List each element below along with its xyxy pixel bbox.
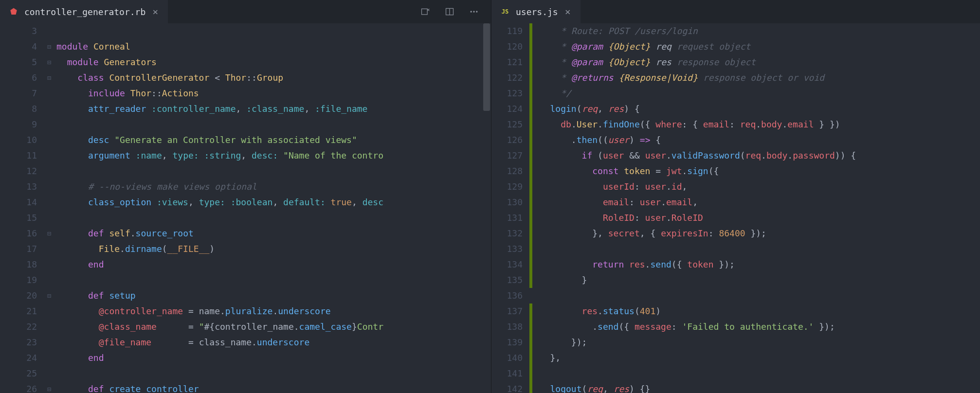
- code-area-right[interactable]: 1191201211221231241251261271281291301311…: [491, 23, 980, 393]
- code-content-left[interactable]: module Corneal module Generators class C…: [54, 23, 491, 393]
- editor-split-view: controller_generator.rb × 34567891011121…: [0, 0, 980, 393]
- vertical-scrollbar[interactable]: [482, 23, 491, 393]
- editor-pane-right: JS users.js × 11912012112212312412512612…: [491, 0, 980, 393]
- svg-rect-0: [422, 9, 428, 15]
- tabbar-actions: [420, 6, 491, 17]
- svg-point-3: [471, 11, 472, 12]
- svg-point-5: [476, 11, 477, 12]
- compare-changes-icon[interactable]: [420, 6, 431, 17]
- close-icon[interactable]: ×: [151, 5, 159, 18]
- svg-point-4: [473, 11, 474, 12]
- code-content-right[interactable]: * Route: POST /users/login * @param {Obj…: [532, 23, 980, 393]
- more-actions-icon[interactable]: [469, 6, 479, 17]
- tabbar-left: controller_generator.rb ×: [0, 0, 491, 23]
- line-number-gutter: 3456789101112131415161718192021222324252…: [0, 23, 44, 393]
- ruby-file-icon: [9, 7, 18, 17]
- close-icon[interactable]: ×: [564, 5, 572, 18]
- split-editor-icon[interactable]: [444, 6, 455, 17]
- scrollbar-thumb[interactable]: [483, 23, 490, 111]
- js-file-icon: JS: [500, 7, 510, 17]
- editor-pane-left: controller_generator.rb × 34567891011121…: [0, 0, 491, 393]
- tab-label: users.js: [516, 7, 558, 17]
- fold-gutter[interactable]: ⊟⊟⊟⊟⊟⊟: [44, 23, 54, 393]
- tab-controller-generator[interactable]: controller_generator.rb ×: [0, 0, 168, 23]
- tabbar-right: JS users.js ×: [491, 0, 980, 23]
- tab-users-js[interactable]: JS users.js ×: [491, 0, 581, 23]
- tab-label: controller_generator.rb: [24, 7, 145, 17]
- line-number-gutter: 1191201211221231241251261271281291301311…: [491, 23, 529, 393]
- code-area-left[interactable]: 3456789101112131415161718192021222324252…: [0, 23, 491, 393]
